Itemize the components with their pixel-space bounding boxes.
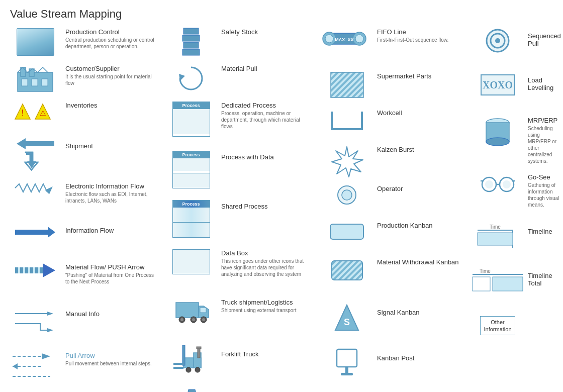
kaizen-burst-label: Kaizen Burst bbox=[377, 146, 462, 153]
item-information-flow: Information Flow bbox=[10, 227, 156, 254]
svg-marker-72 bbox=[332, 147, 363, 177]
plane-icon bbox=[166, 387, 216, 392]
item-safety-stock: Safety Stock bbox=[166, 28, 312, 56]
dedicated-process-icon: Process bbox=[166, 102, 216, 137]
mrp-erp-icon bbox=[473, 117, 523, 147]
column-4: Sequenced Pull XOXO Load Levelling bbox=[467, 26, 563, 392]
item-data-box: Data Box This icon goes under other icon… bbox=[166, 249, 312, 289]
manual-info-icon bbox=[10, 308, 60, 333]
item-sequenced-pull: Sequenced Pull bbox=[473, 28, 563, 63]
item-pull-arrow: Pull Arrow Pull movement between interna… bbox=[10, 352, 156, 392]
item-kanban-post: Kanban Post bbox=[322, 347, 462, 382]
svg-marker-20 bbox=[42, 353, 50, 359]
shipment-icon bbox=[10, 138, 60, 170]
pull-arrow-desc: Pull movement between internal steps. bbox=[65, 360, 156, 367]
information-flow-icon bbox=[10, 227, 60, 238]
item-shipment: Shipment bbox=[10, 138, 156, 173]
material-flow-push-label: Material Flow/ PUSH Arrow bbox=[65, 263, 156, 271]
item-inventories: ! ⚠ Inventories bbox=[10, 102, 156, 129]
svg-marker-32 bbox=[179, 74, 185, 81]
dedicated-process-label: Dedicated Process bbox=[221, 102, 312, 109]
svg-text:!: ! bbox=[22, 109, 24, 117]
main-grid: Production Control Central production sc… bbox=[0, 26, 563, 392]
item-other-information: Other Information bbox=[473, 316, 563, 351]
shared-process-label: Shared Process bbox=[221, 203, 312, 210]
electronic-info-flow-icon bbox=[10, 182, 60, 193]
material-pull-label: Material Pull bbox=[221, 65, 312, 72]
timeline-label: Timeline bbox=[528, 228, 563, 235]
svg-rect-43 bbox=[182, 345, 185, 365]
item-dedicated-process: Process Dedicated Process Process, opera… bbox=[166, 102, 312, 142]
svg-rect-102 bbox=[478, 233, 513, 245]
item-material-flow-push: Material Flow/ PUSH Arrow "Pushing" of M… bbox=[10, 263, 156, 299]
item-load-levelling: XOXO Load Levelling bbox=[473, 72, 563, 108]
svg-rect-75 bbox=[330, 224, 363, 239]
truck-shipment-label: Truck shipment/Logistics bbox=[221, 299, 312, 306]
svg-point-67 bbox=[355, 35, 363, 43]
svg-rect-12 bbox=[15, 230, 48, 235]
production-control-desc: Central production scheduling or control… bbox=[65, 37, 156, 50]
inventories-icon: ! ⚠ bbox=[10, 102, 60, 122]
svg-marker-13 bbox=[48, 227, 55, 238]
svg-point-97 bbox=[485, 180, 493, 188]
item-timeline-total: Time Timeline Total bbox=[473, 267, 563, 307]
fifo-line-desc: First-In-First-Out sequence flow. bbox=[377, 37, 462, 43]
svg-rect-3 bbox=[22, 79, 28, 86]
process-with-data-label: Process with Data bbox=[221, 153, 312, 161]
supermarket-parts-icon bbox=[322, 72, 372, 97]
safety-stock-icon bbox=[166, 28, 216, 56]
production-kanban-icon bbox=[322, 222, 372, 242]
data-box-icon bbox=[166, 249, 216, 274]
svg-rect-81 bbox=[337, 349, 357, 367]
load-levelling-label: Load Levelling bbox=[528, 76, 563, 91]
mrp-erp-label: MRP/ERP bbox=[528, 117, 563, 124]
forklift-truck-icon bbox=[166, 343, 216, 373]
go-see-icon bbox=[473, 173, 523, 193]
go-see-label: Go-See bbox=[528, 173, 563, 181]
electronic-info-flow-desc: Electronic flow such as EDI, Internet, i… bbox=[65, 191, 156, 204]
svg-text:Time: Time bbox=[480, 268, 491, 274]
timeline-total-label: Timeline Total bbox=[528, 272, 563, 287]
svg-point-91 bbox=[486, 138, 509, 146]
material-flow-push-desc: "Pushing" of Material from One Process t… bbox=[65, 272, 156, 285]
customer-supplier-label: Customer/Supplier bbox=[65, 65, 156, 72]
pull-arrow-icon bbox=[10, 352, 60, 381]
kanban-post-icon bbox=[322, 347, 372, 377]
item-customer-supplier: Customer/Supplier It is the usual starti… bbox=[10, 65, 156, 92]
svg-rect-5 bbox=[42, 79, 48, 86]
item-go-see: Go-See Gathering of information through … bbox=[473, 173, 563, 214]
sequenced-pull-icon bbox=[473, 28, 523, 53]
svg-marker-17 bbox=[43, 263, 55, 277]
column-3: MAX=XX FIFO Line First-In-First-Out sequ… bbox=[317, 26, 467, 392]
svg-rect-34 bbox=[200, 308, 206, 313]
customer-supplier-icon bbox=[10, 65, 60, 92]
item-workcell: Workcell bbox=[322, 109, 462, 137]
item-process-with-data: Process Process with Data bbox=[166, 151, 312, 191]
item-manual-info: Manual Info bbox=[10, 308, 156, 343]
forklift-truck-label: Forklift Truck bbox=[221, 350, 312, 358]
page-title: Value Stream Mapping bbox=[0, 0, 563, 26]
go-see-desc: Gathering of information through visual … bbox=[528, 182, 563, 208]
svg-rect-44 bbox=[173, 363, 183, 365]
item-shared-process: Process Shared Process bbox=[166, 200, 312, 240]
material-flow-push-icon bbox=[10, 263, 60, 277]
item-production-kanban: Production Kanban bbox=[322, 222, 462, 249]
svg-rect-31 bbox=[182, 49, 200, 55]
item-supermarket-parts: Supermarket Parts bbox=[322, 72, 462, 100]
svg-point-38 bbox=[192, 318, 195, 321]
material-withdrawal-kanban-icon bbox=[322, 258, 372, 283]
workcell-icon bbox=[322, 109, 372, 132]
fifo-line-label: FIFO Line bbox=[377, 28, 462, 36]
inventories-label: Inventories bbox=[65, 102, 156, 109]
svg-text:⚠: ⚠ bbox=[40, 109, 46, 117]
svg-rect-82 bbox=[345, 367, 348, 373]
svg-marker-22 bbox=[13, 363, 18, 369]
truck-shipment-desc: Shipment using external transport bbox=[221, 307, 312, 314]
shared-process-icon: Process bbox=[166, 200, 216, 238]
svg-rect-105 bbox=[473, 277, 490, 291]
workcell-label: Workcell bbox=[377, 109, 462, 117]
timeline-icon: Time bbox=[473, 223, 523, 250]
svg-point-86 bbox=[495, 38, 500, 43]
item-electronic-info-flow: Electronic Information Flow Electronic f… bbox=[10, 182, 156, 218]
fifo-line-icon: MAX=XX bbox=[322, 28, 372, 53]
